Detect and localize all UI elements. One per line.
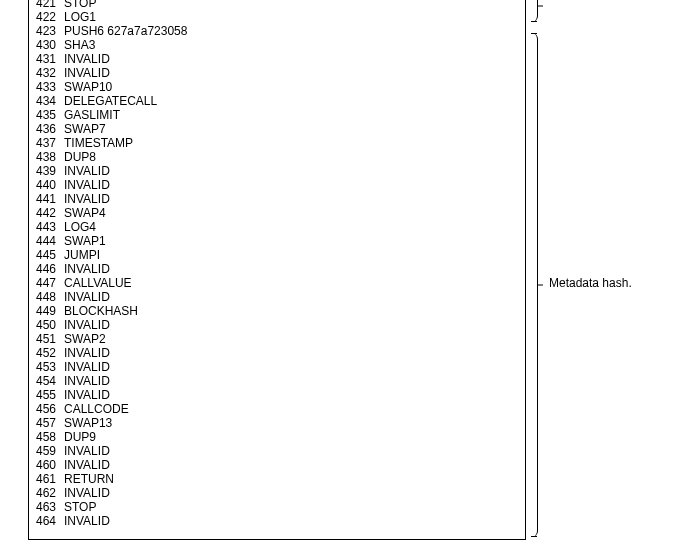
opcode-mnemonic: SWAP1 bbox=[64, 234, 106, 248]
opcode-offset: 445 bbox=[36, 248, 60, 262]
opcode-offset: 455 bbox=[36, 388, 60, 402]
opcode-row: 453INVALID bbox=[36, 360, 689, 374]
opcode-mnemonic: DELEGATECALL bbox=[64, 94, 157, 108]
opcode-row: 445JUMPI bbox=[36, 248, 689, 262]
opcode-offset: 459 bbox=[36, 444, 60, 458]
opcode-mnemonic: INVALID bbox=[64, 458, 110, 472]
brace-upper bbox=[531, 0, 538, 22]
opcode-offset: 448 bbox=[36, 290, 60, 304]
opcode-row: 438DUP8 bbox=[36, 150, 689, 164]
opcode-offset: 456 bbox=[36, 402, 60, 416]
opcode-offset: 430 bbox=[36, 38, 60, 52]
opcode-mnemonic: SWAP10 bbox=[64, 80, 112, 94]
opcode-offset: 463 bbox=[36, 500, 60, 514]
opcode-row: 441INVALID bbox=[36, 192, 689, 206]
opcode-mnemonic: INVALID bbox=[64, 346, 110, 360]
opcode-row: 463STOP bbox=[36, 500, 689, 514]
opcode-mnemonic: SWAP4 bbox=[64, 206, 106, 220]
opcode-mnemonic: INVALID bbox=[64, 388, 110, 402]
opcode-offset: 450 bbox=[36, 318, 60, 332]
opcode-offset: 442 bbox=[36, 206, 60, 220]
opcode-mnemonic: INVALID bbox=[64, 360, 110, 374]
opcode-offset: 438 bbox=[36, 150, 60, 164]
opcode-mnemonic: RETURN bbox=[64, 472, 114, 486]
opcode-mnemonic: INVALID bbox=[64, 486, 110, 500]
opcode-row: 439INVALID bbox=[36, 164, 689, 178]
opcode-offset: 460 bbox=[36, 458, 60, 472]
opcode-mnemonic: JUMPI bbox=[64, 248, 100, 262]
opcode-row: 423PUSH6 627a7a723058 bbox=[36, 24, 689, 38]
opcode-row: 444SWAP1 bbox=[36, 234, 689, 248]
opcode-row: 455INVALID bbox=[36, 388, 689, 402]
brace-upper-nub bbox=[537, 6, 543, 7]
opcode-row: 457SWAP13 bbox=[36, 416, 689, 430]
opcode-offset: 432 bbox=[36, 66, 60, 80]
opcode-mnemonic: INVALID bbox=[64, 444, 110, 458]
opcode-offset: 454 bbox=[36, 374, 60, 388]
opcode-row: 451SWAP2 bbox=[36, 332, 689, 346]
opcode-mnemonic: INVALID bbox=[64, 52, 110, 66]
opcode-offset: 421 bbox=[36, 0, 60, 10]
opcode-offset: 452 bbox=[36, 346, 60, 360]
opcode-mnemonic: SWAP13 bbox=[64, 416, 112, 430]
opcode-offset: 451 bbox=[36, 332, 60, 346]
opcode-offset: 439 bbox=[36, 164, 60, 178]
opcode-mnemonic: LOG4 bbox=[64, 220, 96, 234]
opcode-row: 456CALLCODE bbox=[36, 402, 689, 416]
opcode-mnemonic: CALLCODE bbox=[64, 402, 129, 416]
opcode-offset: 433 bbox=[36, 80, 60, 94]
opcode-row: 458DUP9 bbox=[36, 430, 689, 444]
annotation-label: Metadata hash. bbox=[549, 276, 632, 290]
opcode-row: 430SHA3 bbox=[36, 38, 689, 52]
opcode-mnemonic: STOP bbox=[64, 500, 96, 514]
opcode-row: 440INVALID bbox=[36, 178, 689, 192]
opcode-row: 434DELEGATECALL bbox=[36, 94, 689, 108]
opcode-offset: 446 bbox=[36, 262, 60, 276]
opcode-mnemonic: TIMESTAMP bbox=[64, 136, 133, 150]
opcode-mnemonic: CALLVALUE bbox=[64, 276, 132, 290]
opcode-offset: 458 bbox=[36, 430, 60, 444]
opcode-offset: 457 bbox=[36, 416, 60, 430]
opcode-row: 433SWAP10 bbox=[36, 80, 689, 94]
opcode-mnemonic: SHA3 bbox=[64, 38, 95, 52]
opcode-row: 450INVALID bbox=[36, 318, 689, 332]
opcode-offset: 462 bbox=[36, 486, 60, 500]
brace-metadata bbox=[531, 33, 538, 537]
opcode-mnemonic: SWAP7 bbox=[64, 122, 106, 136]
opcode-row: 459INVALID bbox=[36, 444, 689, 458]
opcode-row: 446INVALID bbox=[36, 262, 689, 276]
opcode-row: 448INVALID bbox=[36, 290, 689, 304]
opcode-offset: 431 bbox=[36, 52, 60, 66]
opcode-mnemonic: PUSH6 627a7a723058 bbox=[64, 24, 187, 38]
opcode-mnemonic: INVALID bbox=[64, 66, 110, 80]
opcode-row: 454INVALID bbox=[36, 374, 689, 388]
opcode-mnemonic: DUP8 bbox=[64, 150, 96, 164]
opcode-row: 460INVALID bbox=[36, 458, 689, 472]
opcode-offset: 435 bbox=[36, 108, 60, 122]
opcode-offset: 449 bbox=[36, 304, 60, 318]
opcode-row: 422LOG1 bbox=[36, 10, 689, 24]
opcode-mnemonic: LOG1 bbox=[64, 10, 96, 24]
opcode-mnemonic: STOP bbox=[64, 0, 96, 10]
opcode-mnemonic: INVALID bbox=[64, 290, 110, 304]
opcode-mnemonic: GASLIMIT bbox=[64, 108, 120, 122]
opcode-mnemonic: SWAP2 bbox=[64, 332, 106, 346]
opcode-row: 421STOP bbox=[36, 0, 689, 10]
opcode-offset: 461 bbox=[36, 472, 60, 486]
opcode-offset: 441 bbox=[36, 192, 60, 206]
brace-metadata-nub bbox=[537, 285, 543, 286]
opcode-row: 464INVALID bbox=[36, 514, 689, 528]
opcode-offset: 423 bbox=[36, 24, 60, 38]
opcode-row: 461RETURN bbox=[36, 472, 689, 486]
opcode-row: 437TIMESTAMP bbox=[36, 136, 689, 150]
opcode-row: 449BLOCKHASH bbox=[36, 304, 689, 318]
opcode-offset: 443 bbox=[36, 220, 60, 234]
opcode-offset: 440 bbox=[36, 178, 60, 192]
opcode-offset: 436 bbox=[36, 122, 60, 136]
opcode-mnemonic: INVALID bbox=[64, 374, 110, 388]
opcode-mnemonic: INVALID bbox=[64, 164, 110, 178]
opcode-row: 452INVALID bbox=[36, 346, 689, 360]
opcode-mnemonic: INVALID bbox=[64, 178, 110, 192]
opcode-row: 462INVALID bbox=[36, 486, 689, 500]
opcode-offset: 437 bbox=[36, 136, 60, 150]
